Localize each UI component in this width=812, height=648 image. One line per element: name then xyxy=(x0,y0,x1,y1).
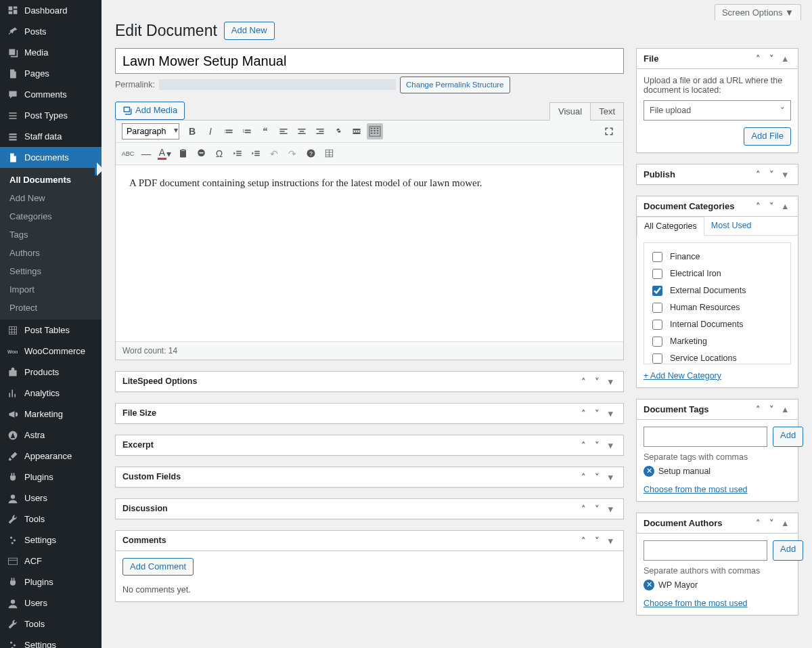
panel-toggle-icon[interactable]: ▴ xyxy=(779,201,791,211)
sidebar-item-settings2[interactable]: Settings xyxy=(0,634,102,648)
sidebar-item-plugins2[interactable]: Plugins xyxy=(0,571,102,592)
paste-text-icon[interactable] xyxy=(175,146,191,162)
outdent-icon[interactable] xyxy=(229,146,246,162)
sidebar-item-plugins[interactable]: Plugins xyxy=(0,467,102,488)
panel-up-icon[interactable]: ˄ xyxy=(577,472,589,482)
panel-toggle-icon[interactable]: ▾ xyxy=(604,376,616,387)
strikethrough-icon[interactable]: ABC xyxy=(120,146,136,162)
submenu-item[interactable]: Tags xyxy=(0,225,102,244)
sidebar-item-comments[interactable]: Comments xyxy=(0,84,102,105)
sidebar-item-products[interactable]: Products xyxy=(0,362,102,383)
editor-tab-visual[interactable]: Visual xyxy=(549,102,591,121)
panel-up-icon[interactable]: ˄ xyxy=(752,53,764,64)
sidebar-item-staff[interactable]: Staff data xyxy=(0,126,102,147)
panel-up-icon[interactable]: ˄ xyxy=(577,536,589,546)
category-checkbox[interactable] xyxy=(652,269,662,279)
panel-up-icon[interactable]: ˄ xyxy=(752,518,764,528)
panel-down-icon[interactable]: ˅ xyxy=(765,518,777,528)
panel-up-icon[interactable]: ˄ xyxy=(577,504,589,514)
align-center-icon[interactable] xyxy=(294,123,310,139)
submenu-item[interactable]: Authors xyxy=(0,244,102,262)
align-right-icon[interactable] xyxy=(312,123,328,139)
category-checkbox[interactable] xyxy=(652,337,662,347)
add-comment-button[interactable]: Add Comment xyxy=(122,558,194,576)
sidebar-item-appearance[interactable]: Appearance xyxy=(0,446,102,467)
editor-content[interactable]: A PDF document containing setup instruct… xyxy=(116,165,623,341)
sidebar-item-documents[interactable]: Documents xyxy=(0,147,102,168)
panel-down-icon[interactable]: ˅ xyxy=(591,504,603,514)
add-new-category-link[interactable]: + Add New Category xyxy=(644,371,721,381)
author-input[interactable] xyxy=(644,540,767,561)
sidebar-item-pages[interactable]: Pages xyxy=(0,63,102,84)
sidebar-item-media[interactable]: Media xyxy=(0,42,102,63)
category-checkbox[interactable] xyxy=(652,286,662,296)
panel-toggle-icon[interactable]: ▴ xyxy=(779,53,791,64)
panel-up-icon[interactable]: ˄ xyxy=(577,408,589,418)
panel-up-icon[interactable]: ˄ xyxy=(752,169,764,179)
hr-icon[interactable]: ― xyxy=(138,146,154,162)
category-checkbox[interactable] xyxy=(652,320,662,330)
choose-most-used-authors-link[interactable]: Choose from the most used xyxy=(644,599,748,608)
editor-tab-text[interactable]: Text xyxy=(590,102,624,121)
link-icon[interactable] xyxy=(330,123,346,139)
sidebar-item-tools2[interactable]: Tools xyxy=(0,613,102,634)
panel-up-icon[interactable]: ˄ xyxy=(577,440,589,450)
sidebar-item-users[interactable]: Users xyxy=(0,488,102,509)
screen-options-button[interactable]: Screen Options ▼ xyxy=(715,4,801,20)
sidebar-item-astra[interactable]: Astra xyxy=(0,425,102,446)
category-checkbox[interactable] xyxy=(652,303,662,313)
sidebar-item-tools[interactable]: Tools xyxy=(0,509,102,530)
change-permalink-button[interactable]: Change Permalink Structure xyxy=(400,77,510,93)
numbered-list-icon[interactable] xyxy=(239,123,255,139)
panel-up-icon[interactable]: ˄ xyxy=(752,404,764,414)
fullscreen-icon[interactable] xyxy=(599,123,619,139)
panel-toggle-icon[interactable]: ▾ xyxy=(604,440,616,450)
category-item[interactable]: Service Locations xyxy=(650,350,785,364)
readmore-icon[interactable] xyxy=(348,123,365,139)
category-item[interactable]: Internal Documents xyxy=(650,316,785,333)
tag-input[interactable] xyxy=(644,427,767,447)
cat-tab-most-used[interactable]: Most Used xyxy=(704,217,759,235)
panel-toggle-icon[interactable]: ▾ xyxy=(604,408,616,418)
sidebar-item-posttables[interactable]: Post Tables xyxy=(0,320,102,341)
submenu-item[interactable]: Categories xyxy=(0,207,102,225)
toolbar-toggle-icon[interactable] xyxy=(367,123,383,139)
remove-author-icon[interactable]: ✕ xyxy=(644,580,654,590)
panel-down-icon[interactable]: ˅ xyxy=(591,536,603,546)
submenu-item[interactable]: Add New xyxy=(0,189,102,207)
panel-up-icon[interactable]: ˄ xyxy=(577,376,589,387)
help-icon[interactable]: ? xyxy=(302,146,319,162)
table-icon[interactable] xyxy=(321,146,337,162)
category-checkbox[interactable] xyxy=(652,252,662,262)
category-item[interactable]: Human Resources xyxy=(650,299,785,316)
bullet-list-icon[interactable] xyxy=(221,123,237,139)
sidebar-item-woo[interactable]: WooWooCommerce xyxy=(0,341,102,362)
panel-down-icon[interactable]: ˅ xyxy=(591,472,603,482)
category-item[interactable]: Finance xyxy=(650,249,785,265)
category-item[interactable]: External Documents xyxy=(650,282,785,299)
panel-toggle-icon[interactable]: ▴ xyxy=(779,404,791,414)
add-media-button[interactable]: Add Media xyxy=(115,102,185,120)
panel-toggle-icon[interactable]: ▴ xyxy=(779,518,791,528)
cat-tab-all[interactable]: All Categories xyxy=(637,217,704,236)
category-item[interactable]: Marketing xyxy=(650,333,785,350)
text-color-icon[interactable]: A▾ xyxy=(156,146,173,162)
panel-up-icon[interactable]: ˄ xyxy=(752,201,764,211)
add-tag-button[interactable]: Add xyxy=(773,427,803,447)
category-item[interactable]: Electrical Iron xyxy=(650,265,785,282)
submenu-item[interactable]: All Documents xyxy=(0,171,102,189)
panel-toggle-icon[interactable]: ▾ xyxy=(604,472,616,482)
panel-down-icon[interactable]: ˅ xyxy=(765,404,777,414)
sidebar-item-marketing[interactable]: Marketing xyxy=(0,404,102,425)
format-select[interactable]: Paragraph xyxy=(122,123,179,139)
bold-icon[interactable]: B xyxy=(184,123,200,139)
sidebar-item-analytics[interactable]: Analytics xyxy=(0,383,102,404)
blockquote-icon[interactable]: “ xyxy=(257,123,273,139)
undo-icon[interactable]: ↶ xyxy=(266,146,282,162)
sidebar-item-posts[interactable]: Posts xyxy=(0,21,102,42)
choose-most-used-tags-link[interactable]: Choose from the most used xyxy=(644,485,748,494)
clear-formatting-icon[interactable] xyxy=(193,146,209,162)
category-checkbox[interactable] xyxy=(652,353,662,364)
sidebar-item-dashboard[interactable]: Dashboard xyxy=(0,0,102,21)
remove-tag-icon[interactable]: ✕ xyxy=(644,466,654,477)
